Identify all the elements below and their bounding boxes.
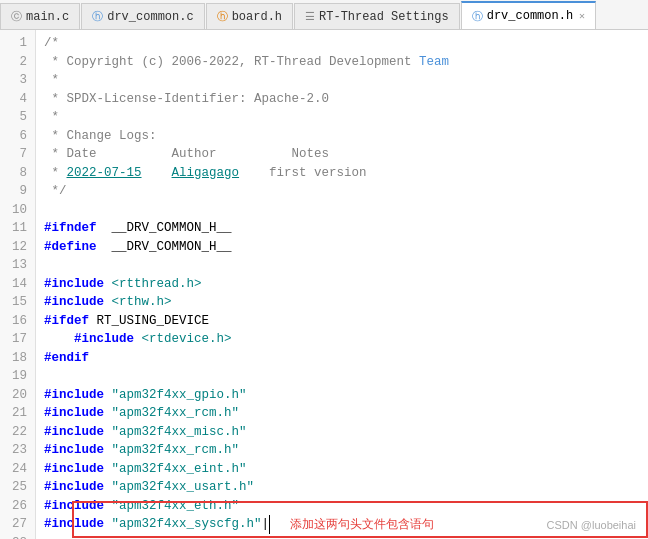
token-normal: [104, 441, 112, 460]
token-comment: */: [44, 182, 67, 201]
line-number-26: 26: [8, 497, 27, 516]
token-team: Team: [419, 53, 449, 72]
token-keyword: #include: [44, 497, 104, 516]
line-number-6: 6: [8, 127, 27, 146]
token-keyword: #endif: [44, 349, 89, 368]
code-line-8: * 2022-07-15 Aligagago first version: [44, 164, 640, 183]
token-keyword: #include: [44, 386, 104, 405]
code-content[interactable]: /* * Copyright (c) 2006-2022, RT-Thread …: [36, 30, 648, 539]
tab-icon-rt-thread-settings: ☰: [305, 10, 315, 23]
code-line-19: [44, 367, 640, 386]
tab-icon-drv-common-c: ⓗ: [92, 9, 103, 24]
line-number-25: 25: [8, 478, 27, 497]
token-normal: [104, 386, 112, 405]
code-line-9: */: [44, 182, 640, 201]
token-string: <rthw.h>: [112, 293, 172, 312]
tab-board-h[interactable]: ⓗboard.h: [206, 3, 293, 29]
token-keyword: #include: [44, 478, 104, 497]
code-line-22: #include "apm32f4xx_misc.h": [44, 423, 640, 442]
line-number-2: 2: [8, 53, 27, 72]
line-number-27: 27: [8, 515, 27, 534]
code-line-11: #ifndef __DRV_COMMON_H__: [44, 219, 640, 238]
line-number-21: 21: [8, 404, 27, 423]
line-numbers: 1234567891011121314151617181920212223242…: [0, 30, 36, 539]
token-normal: [104, 423, 112, 442]
token-comment: [142, 164, 172, 183]
token-normal: [104, 478, 112, 497]
token-string: "apm32f4xx_rcm.h": [112, 404, 240, 423]
token-keyword: #include: [44, 441, 104, 460]
token-string: "apm32f4xx_eth.h": [112, 497, 240, 516]
token-string: "apm32f4xx_gpio.h": [112, 386, 247, 405]
code-line-6: * Change Logs:: [44, 127, 640, 146]
tab-main-c[interactable]: ⓒmain.c: [0, 3, 80, 29]
tab-icon-drv-common-h: ⓗ: [472, 9, 483, 24]
token-string: "apm32f4xx_rcm.h": [112, 441, 240, 460]
token-keyword: #ifdef: [44, 312, 89, 331]
code-line-26: #include "apm32f4xx_eth.h": [44, 497, 640, 516]
line-number-3: 3: [8, 71, 27, 90]
line-number-15: 15: [8, 293, 27, 312]
tab-close-drv-common-h[interactable]: ✕: [579, 10, 585, 22]
token-string: <rtdevice.h>: [142, 330, 232, 349]
token-normal: [104, 275, 112, 294]
code-line-24: #include "apm32f4xx_eint.h": [44, 460, 640, 479]
line-number-1: 1: [8, 34, 27, 53]
line-number-8: 8: [8, 164, 27, 183]
token-keyword: #include: [44, 423, 104, 442]
tab-drv-common-c[interactable]: ⓗdrv_common.c: [81, 3, 204, 29]
code-line-10: [44, 201, 640, 220]
token-keyword: #include: [44, 293, 104, 312]
tab-icon-board-h: ⓗ: [217, 9, 228, 24]
line-number-9: 9: [8, 182, 27, 201]
line-number-14: 14: [8, 275, 27, 294]
code-line-1: /*: [44, 34, 640, 53]
code-line-21: #include "apm32f4xx_rcm.h": [44, 404, 640, 423]
watermark: CSDN @luobeihai: [547, 519, 636, 531]
line-number-19: 19: [8, 367, 27, 386]
code-line-7: * Date Author Notes: [44, 145, 640, 164]
token-normal: [104, 515, 112, 534]
token-keyword: #include: [44, 404, 104, 423]
code-line-28: [44, 534, 640, 540]
code-line-12: #define __DRV_COMMON_H__: [44, 238, 640, 257]
code-line-5: *: [44, 108, 640, 127]
line-number-11: 11: [8, 219, 27, 238]
token-normal: __DRV_COMMON_H__: [97, 219, 232, 238]
line-number-24: 24: [8, 460, 27, 479]
code-line-20: #include "apm32f4xx_gpio.h": [44, 386, 640, 405]
cursor: |: [262, 515, 271, 534]
tab-bar: ⓒmain.cⓗdrv_common.cⓗboard.h☰RT-Thread S…: [0, 0, 648, 30]
token-normal: __DRV_COMMON_H__: [97, 238, 232, 257]
line-number-12: 12: [8, 238, 27, 257]
token-comment: * Copyright (c) 2006-2022, RT-Thread Dev…: [44, 53, 419, 72]
token-comment: *: [44, 164, 67, 183]
editor-window: ⓒmain.cⓗdrv_common.cⓗboard.h☰RT-Thread S…: [0, 0, 648, 539]
line-number-28: 28: [8, 534, 27, 540]
token-keyword: #ifndef: [44, 219, 97, 238]
code-line-14: #include <rtthread.h>: [44, 275, 640, 294]
token-date: 2022-07-15: [67, 164, 142, 183]
tab-rt-thread-settings[interactable]: ☰RT-Thread Settings: [294, 3, 460, 29]
token-normal: [134, 330, 142, 349]
editor-area: 1234567891011121314151617181920212223242…: [0, 30, 648, 539]
token-comment: *: [44, 71, 59, 90]
token-normal: [104, 460, 112, 479]
code-line-16: #ifdef RT_USING_DEVICE: [44, 312, 640, 331]
code-line-3: *: [44, 71, 640, 90]
token-string: "apm32f4xx_syscfg.h": [112, 515, 262, 534]
code-line-23: #include "apm32f4xx_rcm.h": [44, 441, 640, 460]
code-line-17: #include <rtdevice.h>: [44, 330, 640, 349]
token-normal: [104, 497, 112, 516]
token-comment: first version: [239, 164, 367, 183]
code-line-15: #include <rthw.h>: [44, 293, 640, 312]
token-string: "apm32f4xx_usart.h": [112, 478, 255, 497]
tab-drv-common-h[interactable]: ⓗdrv_common.h✕: [461, 1, 596, 29]
line-number-16: 16: [8, 312, 27, 331]
token-keyword: #include: [44, 275, 104, 294]
line-number-22: 22: [8, 423, 27, 442]
token-comment: * SPDX-License-Identifier: Apache-2.0: [44, 90, 329, 109]
token-normal: [104, 404, 112, 423]
token-author: Aligagago: [172, 164, 240, 183]
code-line-18: #endif: [44, 349, 640, 368]
